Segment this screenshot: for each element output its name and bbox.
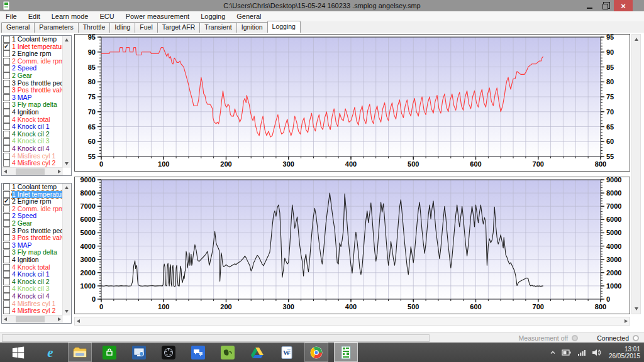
tab-fuel[interactable]: Fuel [135, 22, 157, 33]
signal-item[interactable]: 4 Ignition [2, 109, 63, 116]
signal-checkbox[interactable] [3, 36, 10, 43]
scroll-left-icon[interactable] [4, 317, 7, 321]
scroll-up-icon[interactable] [635, 38, 638, 41]
signal-checkbox[interactable] [3, 138, 10, 145]
signal-checkbox[interactable] [3, 228, 10, 234]
menu-power-measurement[interactable]: Power measurement [120, 11, 196, 21]
signal-checkbox[interactable] [3, 65, 10, 72]
signal-checkbox[interactable] [3, 300, 10, 307]
signal-item[interactable]: 4 Knock cil 1 [2, 271, 63, 278]
scroll-down-icon[interactable] [635, 307, 638, 310]
signal-item[interactable]: 2 Gear [2, 220, 63, 228]
signal-checkbox[interactable] [3, 250, 10, 256]
tab-logging[interactable]: Logging [267, 21, 301, 33]
list-horizontal-scrollbar[interactable] [2, 315, 63, 323]
signal-checkbox[interactable] [3, 116, 10, 123]
menu-general[interactable]: General [231, 11, 267, 21]
signal-checkbox[interactable] [3, 43, 10, 50]
signal-checkbox[interactable] [3, 278, 10, 285]
signal-item[interactable]: 4 Knock cil 1 [2, 123, 63, 131]
menu-learn-mode[interactable]: Learn mode [46, 11, 94, 21]
signal-checkbox[interactable] [3, 307, 10, 314]
restore-button[interactable] [597, 0, 614, 11]
inlet-temperature-chart[interactable]: 0100200300400500600700800555560606565707… [75, 35, 630, 171]
scroll-left-icon[interactable] [77, 319, 80, 323]
scroll-down-icon[interactable] [65, 310, 69, 313]
signal-checkbox[interactable] [3, 256, 10, 263]
scroll-right-icon[interactable] [625, 319, 628, 323]
tab-ignition[interactable]: Ignition [236, 22, 268, 33]
network-icon[interactable] [577, 349, 586, 356]
minimize-button[interactable] [581, 0, 597, 11]
signal-checkbox[interactable] [3, 102, 10, 109]
tab-throttle[interactable]: Throttle [78, 22, 111, 33]
signal-checkbox[interactable] [3, 242, 10, 249]
taskbar-app-grid-button[interactable] [157, 343, 180, 362]
taskbar-chrome-button[interactable] [304, 343, 328, 362]
taskbar-windows-store-button[interactable] [97, 343, 121, 362]
list-horizontal-scrollbar[interactable] [2, 167, 63, 175]
signal-item[interactable]: 3 Pos throttle valve [2, 87, 63, 94]
signal-checkbox[interactable] [3, 50, 10, 57]
signal-checkbox[interactable] [3, 131, 10, 138]
signal-list-top[interactable]: 1 Coolant temp1 Inlet temperature2 Engin… [1, 35, 72, 176]
hidden-icons-icon[interactable] [550, 349, 556, 356]
signal-checkbox[interactable] [3, 184, 10, 190]
scroll-up-icon[interactable] [65, 186, 69, 189]
signal-checkbox[interactable] [3, 72, 10, 79]
list-vertical-scrollbar[interactable] [62, 36, 71, 168]
signal-item[interactable]: 2 Gear [2, 72, 63, 80]
signal-checkbox[interactable] [3, 153, 10, 160]
signal-checkbox[interactable] [3, 191, 10, 198]
menu-file[interactable]: File [0, 11, 23, 21]
signal-item[interactable]: 4 Misfires cyl 2 [2, 160, 63, 167]
taskbar-smp-logger-button[interactable] [334, 343, 358, 362]
menu-edit[interactable]: Edit [23, 11, 46, 21]
engine-rpm-chart-panel[interactable]: 0100200300400500600700800001000100020002… [74, 177, 630, 314]
signal-item[interactable]: 4 Misfires cyl 2 [2, 307, 63, 315]
taskbar-clock[interactable]: 13:01 26/05/2015 [606, 346, 640, 359]
signal-checkbox[interactable] [3, 286, 10, 293]
taskbar-word-button[interactable]: W [275, 343, 299, 362]
signal-checkbox[interactable] [3, 293, 10, 300]
signal-item[interactable]: 4 Knock cil 4 [2, 145, 63, 153]
list-vertical-scrollbar[interactable] [62, 184, 71, 315]
tab-parameters[interactable]: Parameters [34, 22, 78, 33]
scroll-up-icon[interactable] [65, 38, 69, 41]
tab-general[interactable]: General [1, 22, 35, 33]
tab-idling[interactable]: Idling [109, 22, 135, 33]
signal-item[interactable]: 1 Coolant temp [2, 184, 63, 191]
tab-target-afr[interactable]: Target AFR [157, 22, 201, 33]
signal-item[interactable]: 4 Knock cil 4 [2, 293, 63, 300]
scroll-down-icon[interactable] [65, 162, 69, 165]
signal-checkbox[interactable] [3, 220, 10, 227]
signal-item[interactable]: 2 Speed [2, 212, 63, 220]
inlet-temperature-chart-panel[interactable]: 0100200300400500600700800555560606565707… [74, 34, 630, 172]
menu-ecu[interactable]: ECU [94, 11, 119, 21]
battery-icon[interactable] [562, 349, 572, 356]
scroll-right-icon[interactable] [58, 170, 61, 173]
signal-checkbox[interactable] [3, 94, 10, 101]
taskbar-messaging-button[interactable] [186, 343, 210, 362]
taskbar-internet-explorer-button[interactable]: e [38, 343, 62, 362]
chart-horizontal-scrollbar[interactable] [74, 317, 630, 326]
signal-checkbox[interactable] [3, 234, 10, 241]
tab-transient[interactable]: Transient [199, 22, 236, 33]
menu-logging[interactable]: Logging [195, 11, 231, 21]
scroll-left-icon[interactable] [4, 170, 7, 173]
signal-checkbox[interactable] [3, 160, 10, 167]
signal-checkbox[interactable] [3, 80, 10, 87]
signal-checkbox[interactable] [3, 58, 10, 65]
signal-checkbox[interactable] [3, 87, 10, 94]
signal-checkbox[interactable] [3, 206, 10, 212]
signal-checkbox[interactable] [3, 109, 10, 116]
signal-checkbox[interactable] [3, 198, 10, 205]
scrollbar-thumb[interactable] [16, 168, 45, 175]
signal-checkbox[interactable] [3, 264, 10, 271]
scroll-right-icon[interactable] [58, 317, 61, 321]
signal-checkbox[interactable] [3, 271, 10, 278]
taskbar-remote-desktop-button[interactable] [127, 343, 151, 362]
taskbar-start-button[interactable] [4, 343, 33, 362]
signal-checkbox[interactable] [3, 213, 10, 220]
engine-rpm-chart[interactable]: 0100200300400500600700800001000100020002… [75, 177, 630, 314]
